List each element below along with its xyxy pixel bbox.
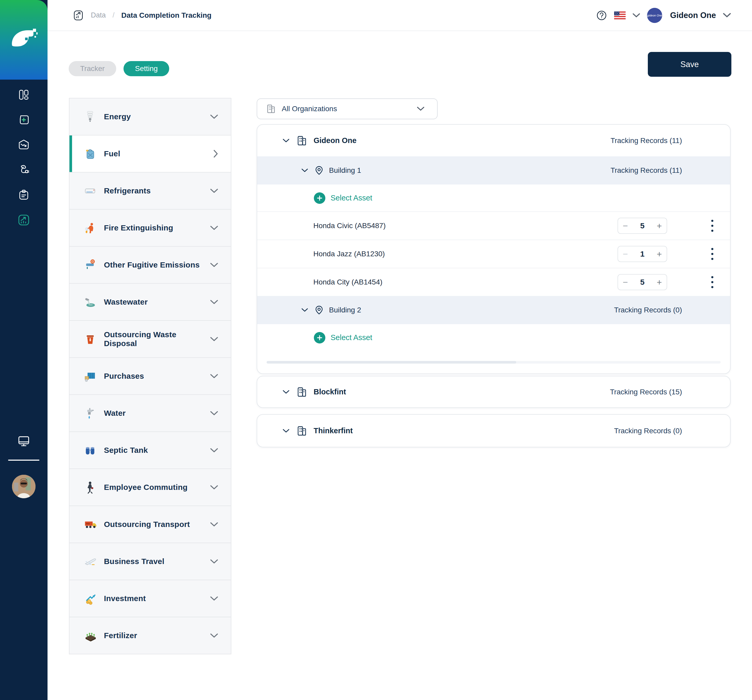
user-chevron-down-icon[interactable] bbox=[723, 13, 731, 18]
kebab-menu-icon[interactable] bbox=[707, 248, 718, 260]
chevron-down-icon[interactable] bbox=[210, 596, 218, 601]
stepper-value[interactable]: 5 bbox=[633, 221, 652, 230]
category-row-fire-extinguishing[interactable]: Fire Extinguishing bbox=[70, 210, 231, 247]
organization-selector[interactable]: All Organizations bbox=[257, 98, 438, 119]
chevron-down-icon[interactable] bbox=[301, 308, 308, 312]
organization-name: Blockfint bbox=[314, 388, 346, 396]
chevron-down-icon[interactable] bbox=[210, 114, 218, 119]
org-row-thinkerfint[interactable]: ThinkerfintTracking Records (0) bbox=[257, 415, 730, 447]
category-row-septic-tank[interactable]: Septic Tank bbox=[70, 432, 231, 469]
organization-name: Thinkerfint bbox=[314, 427, 353, 435]
kebab-menu-icon[interactable] bbox=[707, 220, 718, 232]
category-row-energy[interactable]: Energy bbox=[70, 98, 231, 135]
chevron-down-icon[interactable] bbox=[210, 262, 218, 267]
user-avatar[interactable]: gideon One bbox=[647, 8, 662, 23]
category-row-refrigerants[interactable]: Refrigerants bbox=[70, 172, 231, 210]
active-indicator bbox=[70, 432, 72, 469]
user-name[interactable]: Gideon One bbox=[670, 11, 716, 20]
save-button[interactable]: Save bbox=[648, 52, 731, 77]
horizontal-scrollbar[interactable] bbox=[267, 361, 721, 363]
buildings-icon bbox=[266, 104, 276, 114]
category-row-outsourcing-transport[interactable]: Outsourcing Transport bbox=[70, 506, 231, 543]
building-name: Building 1 bbox=[329, 166, 361, 175]
active-indicator bbox=[70, 135, 72, 172]
chevron-down-icon[interactable] bbox=[210, 522, 218, 527]
select-asset-row[interactable]: Select Asset bbox=[257, 324, 730, 351]
green-energy-icon[interactable] bbox=[15, 161, 33, 178]
organization-card-thinkerfint: ThinkerfintTracking Records (0) bbox=[257, 414, 730, 447]
category-row-wastewater[interactable]: Wastewater bbox=[70, 284, 231, 321]
dashboard-icon[interactable] bbox=[15, 86, 33, 103]
chevron-down-icon[interactable] bbox=[283, 429, 290, 433]
stepper-minus-button[interactable]: − bbox=[618, 247, 633, 262]
category-row-water[interactable]: Water bbox=[70, 395, 231, 432]
category-row-fuel[interactable]: Fuel bbox=[70, 135, 231, 172]
chevron-down-icon[interactable] bbox=[210, 374, 218, 379]
org-row-gideon-one[interactable]: Gideon OneTracking Records (11) bbox=[257, 125, 730, 156]
chevron-down-icon[interactable] bbox=[210, 485, 218, 490]
chevron-down-icon[interactable] bbox=[210, 448, 218, 453]
fugitive-valve-icon bbox=[83, 258, 97, 272]
data-tracking-icon[interactable] bbox=[15, 211, 33, 229]
breadcrumb-section[interactable]: Data bbox=[91, 11, 106, 19]
chevron-down-icon[interactable] bbox=[210, 300, 218, 304]
org-row-blockfint[interactable]: BlockfintTracking Records (15) bbox=[257, 376, 730, 407]
help-icon[interactable] bbox=[596, 10, 608, 21]
category-label: Fertilizer bbox=[104, 631, 137, 640]
chevron-down-icon[interactable] bbox=[210, 337, 218, 341]
plus-circle-icon[interactable] bbox=[314, 332, 325, 343]
emissions-home-icon[interactable] bbox=[15, 136, 33, 154]
building-row-building-1[interactable]: Building 1Tracking Records (11) bbox=[257, 156, 730, 185]
energy-bulb-icon bbox=[83, 110, 97, 124]
category-label: Outsourcing Waste Disposal bbox=[104, 330, 210, 348]
building-row-building-2[interactable]: Building 2Tracking Records (0) bbox=[257, 296, 730, 324]
category-row-employee-commuting[interactable]: Employee Commuting bbox=[70, 469, 231, 506]
organization-card-gideon-one: Gideon OneTracking Records (11)Building … bbox=[257, 124, 730, 374]
wastewater-icon bbox=[83, 295, 97, 309]
asset-name: Honda Jazz (AB1230) bbox=[313, 250, 385, 258]
category-label: Wastewater bbox=[104, 298, 148, 306]
stepper-plus-button[interactable]: + bbox=[652, 218, 667, 233]
stepper-minus-button[interactable]: − bbox=[618, 218, 633, 233]
chevron-down-icon[interactable] bbox=[283, 138, 290, 143]
chevron-down-icon[interactable] bbox=[301, 168, 308, 172]
chevron-down-icon[interactable] bbox=[210, 559, 218, 564]
select-asset-link[interactable]: Select Asset bbox=[331, 194, 372, 202]
tab-tracker[interactable]: Tracker bbox=[69, 61, 116, 76]
stepper-plus-button[interactable]: + bbox=[652, 275, 667, 290]
category-row-other-fugitive-emissions[interactable]: Other Fugitive Emissions bbox=[70, 247, 231, 284]
reports-clipboard-icon[interactable] bbox=[15, 186, 33, 203]
chevron-down-icon[interactable] bbox=[210, 225, 218, 230]
stepper-minus-button[interactable]: − bbox=[618, 275, 633, 290]
plus-circle-icon[interactable] bbox=[314, 192, 325, 204]
chevron-down-icon[interactable] bbox=[210, 188, 218, 193]
stepper-plus-button[interactable]: + bbox=[652, 247, 667, 262]
stepper-value[interactable]: 5 bbox=[633, 278, 652, 287]
category-row-outsourcing-waste-disposal[interactable]: Outsourcing Waste Disposal bbox=[70, 321, 231, 358]
asset-name: Honda City (AB1454) bbox=[313, 278, 382, 286]
chevron-down-icon[interactable] bbox=[210, 633, 218, 638]
category-row-investment[interactable]: Investment bbox=[70, 580, 231, 617]
chevron-down-icon[interactable] bbox=[210, 411, 218, 416]
stepper-value[interactable]: 1 bbox=[633, 250, 652, 258]
category-row-fertilizer[interactable]: Fertilizer bbox=[70, 617, 231, 654]
chevron-down-icon[interactable] bbox=[283, 390, 290, 394]
asset-row-2: Honda Civic (AB5487)−5+ bbox=[257, 211, 730, 240]
add-entry-icon[interactable] bbox=[15, 111, 33, 129]
purchases-container-icon bbox=[83, 369, 97, 383]
tab-setting[interactable]: Setting bbox=[124, 61, 169, 76]
language-chevron-down-icon[interactable] bbox=[632, 13, 640, 18]
fertilizer-icon bbox=[83, 629, 97, 643]
asset-name: Honda Civic (AB5487) bbox=[313, 222, 386, 230]
location-pin-icon bbox=[314, 166, 324, 175]
category-row-purchases[interactable]: Purchases bbox=[70, 358, 231, 395]
select-asset-link[interactable]: Select Asset bbox=[331, 333, 372, 342]
display-icon[interactable] bbox=[15, 433, 33, 450]
category-label: Refrigerants bbox=[104, 186, 151, 195]
chevron-right-icon[interactable] bbox=[213, 149, 218, 158]
sidebar-user-avatar[interactable] bbox=[12, 475, 36, 498]
language-flag-icon[interactable] bbox=[614, 11, 626, 19]
select-asset-row[interactable]: Select Asset bbox=[257, 185, 730, 211]
kebab-menu-icon[interactable] bbox=[707, 276, 718, 288]
category-row-business-travel[interactable]: Business Travel bbox=[70, 543, 231, 580]
